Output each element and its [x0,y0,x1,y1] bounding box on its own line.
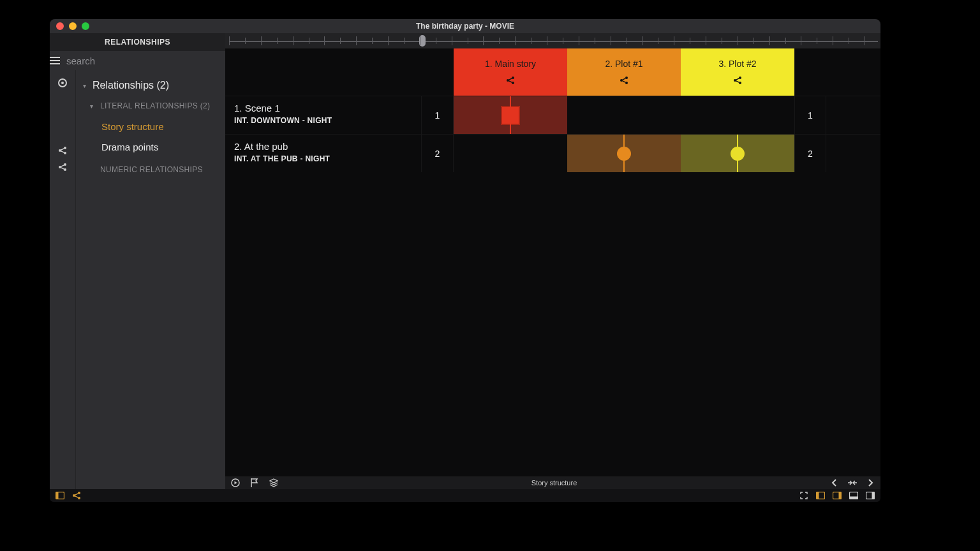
layout-b-icon[interactable] [832,490,842,501]
ruler-tick [515,36,516,45]
tree-section-literal[interactable]: ▾ LITERAL RELATIONSHIPS (2) [76,96,225,116]
share-icon[interactable] [71,490,82,501]
app-window: The birthday party - MOVIE RELATIONSHIPS [50,19,880,502]
scene-slugline: INT. DOWNTOWN - NIGHT [234,116,412,125]
sidebar-item-label: Story structure [101,121,164,132]
ruler-tick [817,38,817,44]
layers-icon[interactable] [269,478,279,488]
scene-row: 1. Scene 1 INT. DOWNTOWN - NIGHT 1 1 [225,96,880,134]
layout-d-icon[interactable] [865,490,875,501]
ruler-tick [579,36,579,45]
tree-root-label: Relationships (2) [93,80,169,91]
grid-header: 1. Main story 2. Plot #1 3 [225,48,880,96]
plot-header-plot-2[interactable]: 3. Plot #2 [681,48,794,96]
share-icon[interactable] [57,145,68,156]
ruler-tick [483,36,484,45]
footer-view-label: Story structure [531,479,577,487]
share-icon[interactable] [619,75,629,85]
ruler-tick [388,36,389,45]
plot-header-label: 2. Plot #1 [605,59,642,69]
tree-section-label: LITERAL RELATIONSHIPS (2) [100,101,210,110]
svg-rect-1 [50,60,60,61]
sidebar-tree: ▾ Relationships (2) ▾ LITERAL RELATIONSH… [75,70,225,489]
grid-cell[interactable] [454,135,567,172]
scene-row: 2. At the pub INT. AT THE PUB - NIGHT 2 [225,134,880,172]
grid-cell[interactable] [681,96,794,134]
ruler-tick [785,38,786,44]
scene-number-left: 2 [422,135,454,172]
ruler-tick [801,36,801,45]
ruler-baseline [229,41,878,42]
plot-header-label: 3. Plot #2 [718,59,756,69]
ruler-tick [356,36,357,45]
ruler-tick [611,36,611,45]
svg-rect-27 [817,492,819,499]
sidebar-item-drama-points[interactable]: Drama points [76,136,225,157]
ruler-tick [865,36,865,45]
plot-line [623,135,625,172]
share-icon[interactable] [732,75,743,85]
ruler-tick [404,38,405,44]
grid-cell[interactable] [567,135,681,172]
chevron-down-icon: ▾ [89,103,95,110]
scene-number-right: 1 [794,96,826,134]
fullscreen-icon[interactable] [799,490,809,501]
ruler-tick [642,36,642,45]
ruler-tick [658,38,658,44]
flag-icon[interactable] [249,478,260,488]
panel-left-icon[interactable] [55,490,65,501]
ruler-tick [738,36,738,45]
plot-header-main-story[interactable]: 1. Main story [454,48,567,96]
layout-c-icon[interactable] [849,490,859,501]
ruler-tick [436,38,436,44]
ruler-tick [468,38,468,44]
search-input[interactable] [60,51,225,70]
ruler-tick [340,38,341,44]
ruler-tick [229,36,230,45]
row-gap [826,96,880,134]
plot-line [737,135,738,172]
grid-cell[interactable] [567,96,681,134]
grid: 1. Main story 2. Plot #1 3 [225,48,880,172]
titlebar[interactable]: The birthday party - MOVIE [50,19,880,33]
ruler-tick [595,38,595,44]
layout-a-icon[interactable] [815,490,826,501]
share-icon[interactable] [505,75,516,85]
statusbar [50,489,880,502]
timeline-ruler[interactable] [225,33,880,48]
sidebar-item-story-structure[interactable]: Story structure [76,116,225,136]
ruler-tick [420,36,420,45]
ruler-tick [769,36,770,45]
ruler-tick [309,38,309,44]
ruler-tick [245,38,246,44]
sidebar: RELATIONSHIPS [50,33,225,489]
chevron-right-icon[interactable] [865,478,875,488]
ruler-tick [531,38,531,44]
ruler-tick [547,36,547,45]
svg-rect-31 [850,497,858,499]
scene-number-left: 1 [422,96,454,134]
chevron-left-icon[interactable] [829,478,840,488]
tree-root[interactable]: ▾ Relationships (2) [76,75,225,96]
sidebar-menu-button[interactable] [50,55,60,66]
scene-info[interactable]: 2. At the pub INT. AT THE PUB - NIGHT [225,135,422,172]
header-gap [826,48,880,96]
sidebar-item-label: Drama points [101,142,158,152]
ruler-tick [627,38,627,44]
target-icon[interactable] [57,78,68,88]
scene-slugline: INT. AT THE PUB - NIGHT [234,154,412,163]
grid-cell[interactable] [454,96,567,134]
scene-info[interactable]: 1. Scene 1 INT. DOWNTOWN - NIGHT [225,96,422,134]
collapse-horizontal-icon[interactable] [847,478,858,488]
header-num-left-spacer [422,48,454,96]
ruler-tick [690,38,690,44]
share-icon[interactable] [57,162,68,172]
ruler-tick [277,38,278,44]
plot-header-plot-1[interactable]: 2. Plot #1 [567,48,681,96]
ruler-tick [722,38,722,44]
ruler-tick [674,36,674,45]
play-icon[interactable] [230,478,241,488]
grid-cell[interactable] [681,135,794,172]
tree-section-numeric[interactable]: ▾ NUMERIC RELATIONSHIPS [76,159,225,180]
scene-number-right: 2 [794,135,826,172]
